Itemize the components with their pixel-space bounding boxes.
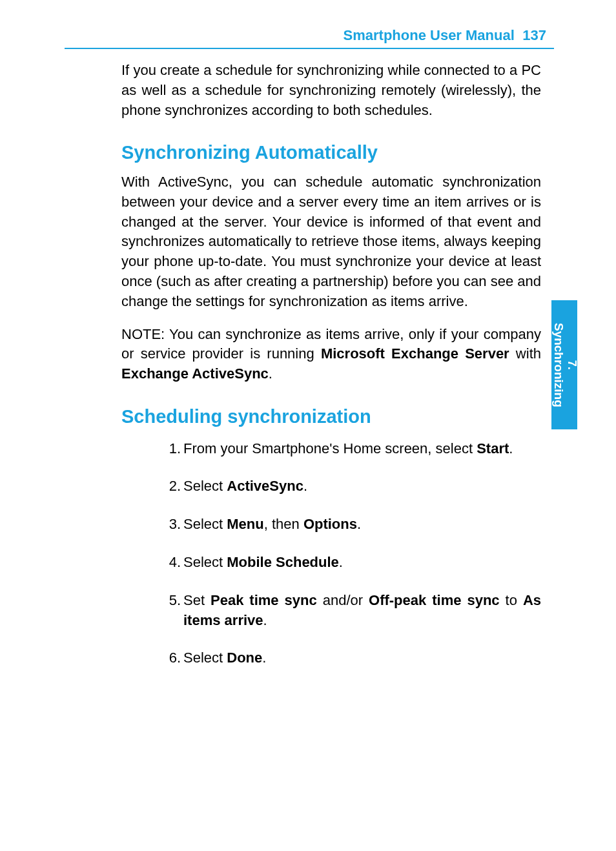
step-text: . <box>509 440 513 456</box>
step-bold-peak-time-sync: Peak time sync <box>210 592 317 608</box>
step-bold-off-peak-time-sync: Off-peak time sync <box>369 592 500 608</box>
step-bold-mobile-schedule: Mobile Schedule <box>227 554 339 570</box>
list-item: Select ActiveSync. <box>183 477 541 497</box>
step-text: and/or <box>317 592 369 608</box>
step-bold-options: Options <box>303 516 357 532</box>
intro-paragraph: If you create a schedule for synchronizi… <box>121 61 541 120</box>
step-text: From your Smartphone's Home screen, sele… <box>183 440 477 456</box>
sync-auto-paragraph: With ActiveSync, you can schedule automa… <box>121 172 541 312</box>
step-text: . <box>303 478 307 494</box>
side-tab-chapter: 7. <box>565 323 578 407</box>
page-header: Smartphone User Manual 137 <box>344 27 546 44</box>
step-bold-done: Done <box>227 650 262 666</box>
list-item: Select Menu, then Options. <box>183 515 541 535</box>
heading-sync-auto: Synchronizing Automatically <box>121 139 541 166</box>
step-text: Set <box>183 592 210 608</box>
step-text: Select <box>183 516 227 532</box>
note-bold-exchange-activesync: Exchange ActiveSync <box>121 365 269 382</box>
page-content: If you create a schedule for synchronizi… <box>121 61 541 686</box>
note-text-suffix: . <box>269 365 272 382</box>
step-text: . <box>263 612 267 628</box>
step-text: . <box>262 650 266 666</box>
list-item: From your Smartphone's Home screen, sele… <box>183 439 541 459</box>
page-number: 137 <box>522 27 546 43</box>
step-text: , then <box>264 516 303 532</box>
header-rule <box>65 48 554 49</box>
sync-auto-note: NOTE: You can synchronize as items arriv… <box>121 325 541 384</box>
step-text: . <box>339 554 343 570</box>
step-bold-activesync: ActiveSync <box>227 478 303 494</box>
chapter-side-tab: 7. Synchronizing <box>551 300 577 429</box>
step-text: Select <box>183 478 227 494</box>
step-text: Select <box>183 650 227 666</box>
note-bold-exchange-server: Microsoft Exchange Server <box>321 345 509 362</box>
scheduling-steps-list: From your Smartphone's Home screen, sele… <box>121 439 541 669</box>
side-tab-title: Synchronizing <box>551 323 565 407</box>
step-bold-start: Start <box>477 440 509 456</box>
note-text-mid: with <box>509 345 541 362</box>
step-bold-menu: Menu <box>227 516 263 532</box>
step-text: . <box>357 516 361 532</box>
heading-scheduling-sync: Scheduling synchronization <box>121 404 541 430</box>
manual-title: Smartphone User Manual <box>344 27 515 43</box>
list-item: Set Peak time sync and/or Off-peak time … <box>183 591 541 631</box>
step-text: Select <box>183 554 227 570</box>
list-item: Select Mobile Schedule. <box>183 553 541 573</box>
list-item: Select Done. <box>183 648 541 668</box>
step-text: to <box>500 592 523 608</box>
